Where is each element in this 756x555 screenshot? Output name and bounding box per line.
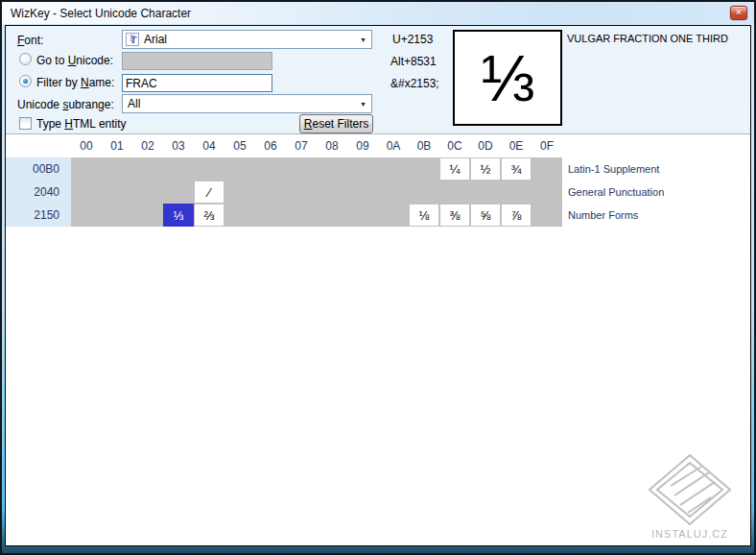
- type-html-entity-label[interactable]: Type HTML entity: [36, 117, 127, 131]
- goto-unicode-input: [122, 52, 272, 70]
- reset-filters-button[interactable]: Reset Filters: [299, 114, 373, 133]
- alt-code-value: Alt+8531: [390, 55, 437, 68]
- watermark-text: INSTALUJ.CZ: [637, 528, 743, 540]
- column-header: 01: [102, 139, 132, 153]
- font-dropdown[interactable]: TT Arial ▼: [122, 30, 372, 49]
- row-header: 2150: [6, 204, 71, 227]
- character-preview-glyph: ⅓: [481, 45, 535, 110]
- type-html-entity-checkbox[interactable]: [19, 117, 32, 130]
- filter-by-name-label[interactable]: Filter by Name:: [36, 76, 114, 89]
- window-title: WizKey - Select Unicode Character: [2, 7, 191, 20]
- column-header: 0A: [378, 139, 409, 153]
- column-header: 03: [163, 139, 194, 153]
- column-header: 0C: [439, 139, 470, 153]
- unicode-subrange-dropdown[interactable]: All ▼: [122, 94, 372, 113]
- dialog-client-area: Font: TT Arial ▼ Go to Unicode: Filter b…: [5, 25, 751, 546]
- filter-panel: Font: TT Arial ▼ Go to Unicode: Filter b…: [6, 26, 750, 134]
- column-header: 0B: [409, 139, 439, 153]
- truetype-font-icon: TT: [126, 33, 139, 46]
- wizkey-window: WizKey - Select Unicode Character ✕ Font…: [0, 0, 756, 555]
- char-cell[interactable]: ⅜: [440, 205, 469, 226]
- unicode-subrange-value: All: [128, 97, 140, 110]
- column-header: 04: [194, 139, 224, 153]
- chevron-down-icon: ▼: [360, 36, 366, 43]
- character-name: VULGAR FRACTION ONE THIRD: [567, 33, 728, 44]
- font-dropdown-value: Arial: [144, 33, 167, 46]
- column-header: 0F: [532, 139, 562, 153]
- char-cell[interactable]: ⅝: [471, 205, 500, 226]
- filter-by-name-radio[interactable]: [19, 75, 32, 87]
- column-header: 08: [317, 139, 347, 153]
- row-header: 2040: [6, 181, 71, 204]
- html-entity-value: &#x2153;: [390, 77, 439, 90]
- column-header: 0E: [501, 139, 532, 153]
- char-cell[interactable]: ⅞: [502, 205, 531, 226]
- column-header: 06: [255, 139, 286, 153]
- font-label: Font:: [17, 34, 43, 47]
- char-cell[interactable]: ⅓: [163, 204, 194, 227]
- unicode-subrange-label: Unicode subrange:: [17, 98, 114, 111]
- instaluj-watermark: INSTALUJ.CZ: [637, 453, 743, 549]
- codepoint-value: U+2153: [392, 33, 433, 46]
- character-preview-box: ⅓: [453, 30, 562, 126]
- column-header: 05: [224, 139, 255, 153]
- unicode-range-label: Number Forms: [568, 204, 638, 227]
- unicode-range-label: Latin-1 Supplement: [568, 157, 659, 181]
- row-header: 00B0: [6, 157, 71, 181]
- character-grid: 000102030405060708090A0B0C0D0E0F00B0Lati…: [6, 135, 750, 262]
- column-header: 07: [286, 139, 317, 153]
- char-cell[interactable]: ¾: [502, 158, 531, 180]
- title-bar[interactable]: WizKey - Select Unicode Character ✕: [2, 2, 754, 24]
- filter-by-name-input[interactable]: [122, 74, 272, 92]
- column-header: 09: [347, 139, 378, 153]
- column-header: 0D: [470, 139, 501, 153]
- close-button[interactable]: ✕: [730, 6, 747, 20]
- char-cell[interactable]: ⁄: [195, 181, 224, 203]
- goto-unicode-radio[interactable]: [19, 53, 32, 65]
- column-header: 00: [71, 139, 102, 153]
- char-cell[interactable]: ¼: [440, 158, 469, 180]
- column-header: 02: [132, 139, 163, 153]
- char-cell[interactable]: ⅛: [410, 205, 438, 226]
- chevron-down-icon: ▼: [360, 101, 366, 108]
- instaluj-logo-icon: [648, 453, 732, 526]
- goto-unicode-label[interactable]: Go to Unicode:: [36, 54, 113, 67]
- unicode-range-label: General Punctuation: [568, 181, 664, 204]
- char-cell[interactable]: ½: [471, 158, 500, 180]
- char-cell[interactable]: ⅔: [195, 205, 224, 226]
